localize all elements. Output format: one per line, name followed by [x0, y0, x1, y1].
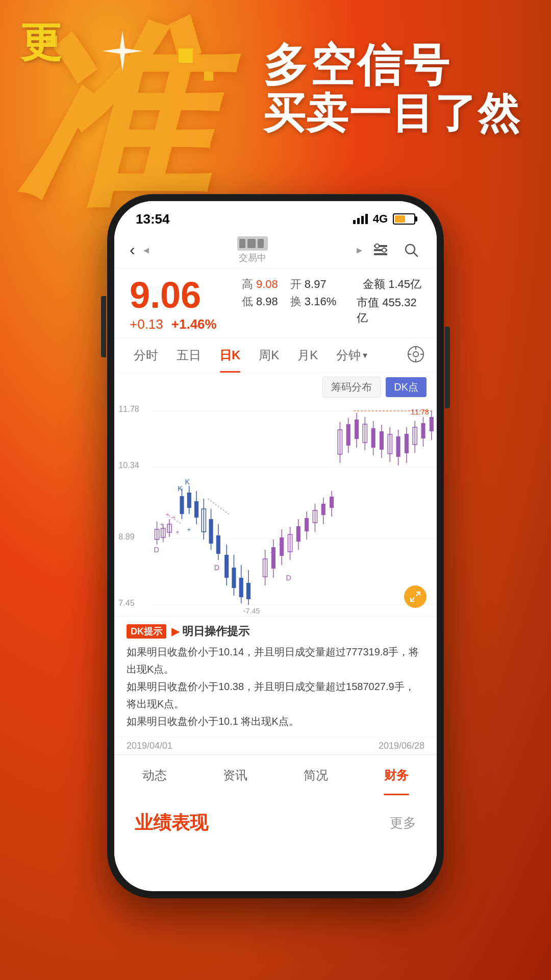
back-button[interactable]: ‹	[130, 240, 135, 259]
trading-status: 交易中	[239, 252, 266, 264]
search-icon[interactable]	[401, 240, 421, 260]
signal-bar-2	[357, 218, 360, 224]
svg-text:+: +	[279, 542, 282, 549]
status-bar: 13:54 4G	[114, 201, 437, 232]
svg-text:D: D	[286, 574, 291, 582]
battery-icon	[393, 213, 415, 225]
tab-rik[interactable]: 日K	[210, 338, 249, 373]
svg-text:-7.45: -7.45	[243, 607, 260, 615]
svg-rect-50	[224, 555, 229, 578]
dk-point-button[interactable]: DK点	[386, 377, 427, 397]
svg-text:+: +	[187, 526, 191, 533]
tab-yuek[interactable]: 月K	[288, 338, 327, 373]
dk-tip-line-1: 如果明日收盘价小于10.14，并且明日成交量超过777319.8手，将	[127, 643, 424, 660]
price-section: 9.06 +0.13 +1.46% 高 9.08 开 8.	[114, 268, 437, 338]
chart-area: 11.78 10.34 8.89 7.45 11.78	[114, 402, 437, 616]
dk-tips-body: 如果明日收盘价小于10.14，并且明日成交量超过777319.8手，将 出现K点…	[127, 643, 424, 730]
status-time: 13:54	[136, 211, 170, 227]
svg-rect-70	[305, 518, 309, 531]
svg-rect-86	[371, 428, 375, 448]
tab-fenzhong[interactable]: 分钟 ▾	[327, 338, 377, 373]
svg-text:K: K	[178, 484, 183, 493]
dk-tip-line-5: 如果明日收盘价小于10.1 将出现K点。	[127, 713, 424, 730]
change-rate-label: 换	[290, 294, 302, 309]
nav-center: 交易中	[149, 236, 357, 264]
svg-text:10.34: 10.34	[118, 460, 139, 470]
signal-bar-4	[365, 214, 368, 224]
network-type: 4G	[373, 212, 388, 226]
below-title-row: 业绩表现 更多	[135, 811, 416, 836]
performance-title: 业绩表现	[135, 811, 208, 836]
svg-point-4	[375, 244, 379, 248]
stock-name-area	[237, 236, 268, 251]
tab-zhouk[interactable]: 周K	[249, 338, 288, 373]
svg-rect-74	[321, 504, 325, 515]
svg-rect-94	[405, 434, 409, 453]
price-right-col: 金额 1.45亿 市值 455.32亿	[357, 277, 421, 326]
dk-tips-section: DK提示 ▶ 明日操作提示 如果明日收盘价小于10.14，并且明日成交量超过77…	[114, 616, 437, 737]
change-rate-value: 3.16%	[305, 295, 336, 308]
stock-logo	[237, 236, 268, 251]
bottom-tabs: 动态 资讯 简况 财务	[114, 754, 437, 795]
svg-rect-76	[330, 497, 334, 508]
prev-stock-button[interactable]: ◂	[143, 243, 149, 257]
signal-bar-1	[353, 220, 356, 224]
price-change: +0.13 +1.46%	[130, 316, 221, 332]
tab-fenshi[interactable]: 分时	[124, 338, 167, 373]
svg-text:+: +	[172, 514, 176, 520]
deco-square-1	[179, 48, 193, 63]
hero-line1: 多空信号	[263, 41, 520, 90]
date-range: 2019/04/01 2019/06/28	[114, 737, 437, 754]
tab-caiwu[interactable]: 财务	[356, 755, 437, 795]
chip-distribution-button[interactable]: 筹码分布	[322, 377, 381, 398]
svg-rect-38	[187, 493, 191, 508]
svg-rect-41	[194, 501, 198, 518]
price-high: 高 9.08	[242, 277, 278, 292]
dk-tips-header: DK提示 ▶ 明日操作提示	[127, 624, 424, 639]
svg-rect-98	[421, 423, 425, 438]
amount-label: 金额	[363, 278, 385, 290]
svg-rect-52	[232, 568, 236, 588]
tab-dongtai[interactable]: 动态	[114, 755, 195, 795]
svg-rect-100	[430, 417, 434, 431]
dk-tip-line-3: 如果明日收盘价小于10.38，并且明日成交量超过1587027.9手，	[127, 678, 424, 695]
low-value: 8.98	[256, 295, 278, 308]
expand-chart-button[interactable]	[404, 585, 427, 608]
svg-point-5	[382, 248, 386, 252]
chart-tabs: 分时 五日 日K 周K 月K 分钟 ▾	[114, 338, 437, 373]
battery-fill	[395, 215, 405, 223]
date-end: 2019/06/28	[379, 741, 424, 751]
next-stock-button[interactable]: ▸	[357, 243, 362, 257]
market-cap-label: 市值	[357, 296, 379, 309]
svg-text:D: D	[154, 546, 159, 554]
tab-zixun[interactable]: 资讯	[195, 755, 276, 795]
svg-point-9	[413, 352, 418, 357]
svg-text:11.78: 11.78	[118, 404, 139, 413]
svg-line-7	[414, 253, 417, 256]
price-change-abs: +0.13	[130, 316, 163, 332]
price-details: 高 9.08 开 8.97 低 8.98 换 3	[242, 277, 336, 309]
phone-screen: 13:54 4G ‹ ◂	[114, 201, 437, 891]
below-section: 业绩表现 更多	[114, 795, 437, 856]
settings-icon[interactable]	[370, 240, 391, 260]
nav-bar: ‹ ◂ 交易中 ▸	[114, 232, 437, 268]
nav-right-icons	[370, 240, 421, 260]
status-icons: 4G	[353, 212, 415, 226]
svg-text:+: +	[166, 512, 169, 518]
svg-line-108	[416, 592, 420, 596]
chart-settings-icon[interactable]	[407, 346, 427, 365]
svg-text:+: +	[270, 549, 274, 556]
signal-icon	[353, 214, 368, 224]
more-button[interactable]: 更多	[390, 814, 416, 832]
search-svg	[404, 242, 419, 258]
logo-block-2	[247, 239, 256, 248]
market-cap-item: 市值 455.32亿	[357, 295, 421, 326]
svg-line-107	[411, 598, 414, 601]
date-start: 2019/04/01	[127, 741, 172, 751]
tab-jiankuang[interactable]: 简况	[276, 755, 356, 795]
price-change-rate: 换 3.16%	[290, 294, 336, 309]
price-left: 9.06 +0.13 +1.46%	[130, 277, 221, 332]
tab-wuri[interactable]: 五日	[167, 338, 210, 373]
svg-rect-88	[380, 431, 384, 450]
amount-value: 1.45亿	[388, 278, 421, 290]
